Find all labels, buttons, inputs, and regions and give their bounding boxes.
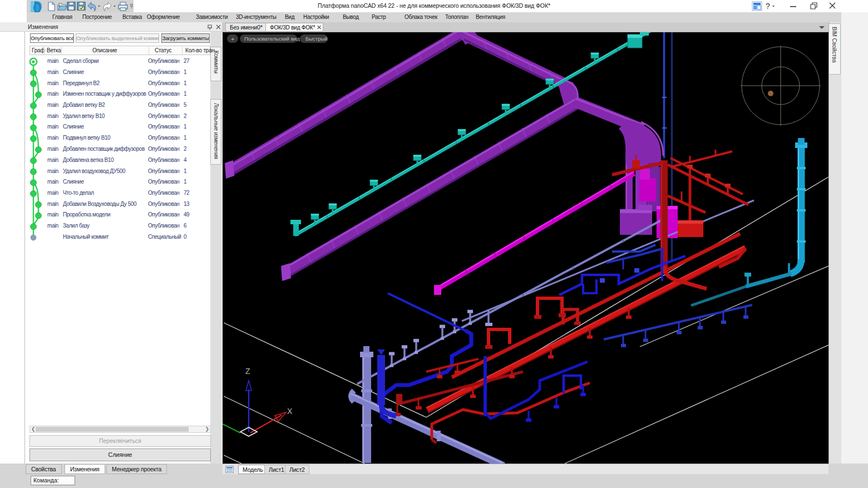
svg-text:X: X xyxy=(287,407,293,416)
svg-text:?: ? xyxy=(766,2,770,11)
svg-text:Пользовательский вид: Пользовательский вид xyxy=(244,36,300,42)
svg-text:+: + xyxy=(231,36,234,42)
svg-text:Z: Z xyxy=(245,367,250,376)
svg-text:Быстрый: Быстрый xyxy=(305,36,328,42)
